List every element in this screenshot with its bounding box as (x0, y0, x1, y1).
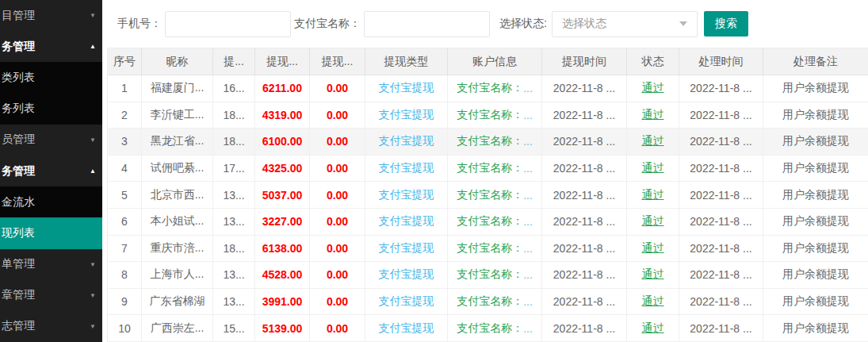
cell-withdraw-amount: 6138.00 (255, 236, 310, 263)
cell-withdraw-fee: 0.00 (310, 315, 365, 342)
table-row-10: 10广西崇左...15...5139.000.00支付宝提现支付宝名称：...2… (108, 315, 868, 342)
cell-account-info: 支付宝名称：... (448, 102, 542, 129)
chevron-down-icon: ▼ (90, 12, 96, 19)
cell-index: 10 (108, 315, 142, 342)
header-nickname: 昵称 (142, 48, 213, 75)
sidebar-item-5[interactable]: 员管理▼ (0, 125, 102, 156)
cell-account-info: 支付宝名称：... (448, 262, 542, 289)
sidebar-item-11[interactable]: 志管理▼ (0, 311, 102, 342)
status-link[interactable]: 通过 (642, 294, 664, 309)
sidebar-item-label: 员管理 (2, 133, 86, 147)
status-link[interactable]: 通过 (642, 134, 664, 148)
account-ellipsis: ... (523, 268, 533, 281)
sidebar-item-4[interactable]: 务列表 (0, 94, 102, 125)
cell-account-info: 支付宝名称：... (448, 156, 542, 183)
status-link[interactable]: 通过 (642, 161, 664, 175)
header-status: 状态 (627, 48, 679, 75)
cell-index: 6 (108, 209, 142, 236)
cell-withdraw-type: 支付宝提现 (365, 182, 448, 209)
account-ellipsis: ... (523, 82, 533, 94)
sidebar-item-8[interactable]: 现列表 (0, 217, 102, 248)
account-label-text: 支付宝名称： (457, 241, 523, 256)
account-ellipsis: ... (523, 242, 533, 255)
sidebar-item-10[interactable]: 章管理▼ (0, 280, 102, 311)
main-content: 手机号： 支付宝名称： 选择状态: 选择状态 搜索 序号昵称提...提现...提… (102, 0, 868, 342)
status-link[interactable]: 通过 (642, 188, 664, 202)
search-button[interactable]: 搜索 (704, 11, 748, 37)
account-ellipsis: ... (523, 215, 533, 228)
account-ellipsis: ... (523, 295, 533, 308)
app-window: 目管理▼务管理▲类列表务列表员管理▼务管理▲金流水现列表单管理▼章管理▼志管理▼… (0, 0, 868, 342)
sidebar-item-6[interactable]: 务管理▲ (0, 156, 102, 186)
sidebar-item-label: 类列表 (2, 71, 96, 85)
cell-withdraw-type: 支付宝提现 (365, 262, 448, 289)
sidebar-item-label: 章管理 (2, 288, 86, 302)
chevron-up-icon: ▲ (90, 43, 96, 50)
cell-withdraw-amount: 4325.00 (255, 156, 310, 183)
cell-withdraw-amount: 6211.00 (255, 75, 310, 102)
sidebar-item-7[interactable]: 金流水 (0, 186, 102, 217)
cell-handle-time: 2022-11-8 ... (679, 129, 763, 156)
sidebar-item-label: 务管理 (2, 164, 86, 179)
cell-withdraw-type: 支付宝提现 (365, 315, 448, 342)
cell-handle-time: 2022-11-8 ... (679, 182, 763, 209)
table-row-4: 4试佣吧綦...17...4325.000.00支付宝提现支付宝名称：...20… (108, 156, 868, 183)
cell-index: 3 (108, 129, 142, 156)
cell-withdraw-amount: 6100.00 (255, 129, 310, 156)
table-row-1: 1福建厦门...16...6211.000.00支付宝提现支付宝名称：...20… (108, 75, 868, 102)
sidebar-item-2[interactable]: 务管理▲ (0, 31, 102, 62)
account-ellipsis: ... (523, 109, 533, 121)
account-label-text: 支付宝名称： (457, 214, 523, 229)
cell-index: 2 (108, 102, 142, 129)
cell-nickname: 重庆市涪... (142, 236, 213, 263)
chevron-down-icon: ▼ (90, 323, 96, 330)
cell-remark: 用户余额提现 (763, 129, 868, 156)
cell-withdraw-time: 2022-11-8 ... (542, 129, 627, 156)
status-link[interactable]: 通过 (642, 321, 664, 336)
cell-withdraw-fee: 0.00 (310, 236, 365, 263)
cell-status: 通过 (627, 315, 679, 342)
account-label-text: 支付宝名称： (457, 188, 523, 202)
alipay-name-input[interactable] (364, 11, 490, 37)
status-link[interactable]: 通过 (642, 81, 664, 95)
account-label-text: 支付宝名称： (457, 134, 523, 148)
cell-handle-time: 2022-11-8 ... (679, 262, 763, 289)
cell-phone: 13... (213, 289, 255, 316)
status-link[interactable]: 通过 (642, 267, 664, 282)
cell-nickname: 试佣吧綦... (142, 156, 213, 183)
table-row-3: 3黑龙江省...18...6100.000.00支付宝提现支付宝名称：...20… (108, 129, 868, 156)
cell-withdraw-amount: 3227.00 (255, 209, 310, 236)
status-select[interactable]: 选择状态 (552, 11, 698, 37)
table-row-7: 7重庆市涪...18...6138.000.00支付宝提现支付宝名称：...20… (108, 236, 868, 263)
cell-remark: 用户余额提现 (763, 102, 868, 129)
cell-account-info: 支付宝名称：... (448, 236, 542, 263)
cell-withdraw-type: 支付宝提现 (365, 236, 448, 263)
cell-withdraw-type: 支付宝提现 (365, 209, 448, 236)
chevron-up-icon: ▲ (90, 167, 96, 175)
sidebar-item-label: 志管理 (2, 319, 86, 333)
header-account: 账户信息 (448, 48, 542, 75)
cell-account-info: 支付宝名称：... (448, 289, 542, 316)
cell-withdraw-fee: 0.00 (310, 75, 365, 102)
cell-nickname: 李沂键工... (142, 102, 213, 129)
cell-withdraw-amount: 4528.00 (255, 262, 310, 289)
cell-index: 7 (108, 236, 142, 263)
cell-status: 通过 (627, 236, 679, 263)
status-link[interactable]: 通过 (642, 241, 664, 256)
status-link[interactable]: 通过 (642, 108, 664, 122)
sidebar-item-1[interactable]: 目管理▼ (0, 0, 102, 31)
sidebar-item-9[interactable]: 单管理▼ (0, 249, 102, 280)
cell-phone: 18... (213, 236, 255, 263)
table-row-8: 8上海市人...13...4528.000.00支付宝提现支付宝名称：...20… (108, 262, 868, 289)
sidebar-item-label: 目管理 (2, 9, 86, 23)
account-ellipsis: ... (523, 135, 533, 148)
cell-withdraw-time: 2022-11-8 ... (542, 262, 627, 289)
sidebar-item-label: 务管理 (2, 40, 86, 54)
sidebar-item-3[interactable]: 类列表 (0, 62, 102, 93)
phone-input[interactable] (165, 11, 291, 37)
status-link[interactable]: 通过 (642, 214, 664, 229)
cell-withdraw-fee: 0.00 (310, 129, 365, 156)
cell-phone: 17... (213, 156, 255, 183)
cell-handle-time: 2022-11-8 ... (679, 315, 763, 342)
sidebar-item-label: 单管理 (2, 257, 86, 271)
